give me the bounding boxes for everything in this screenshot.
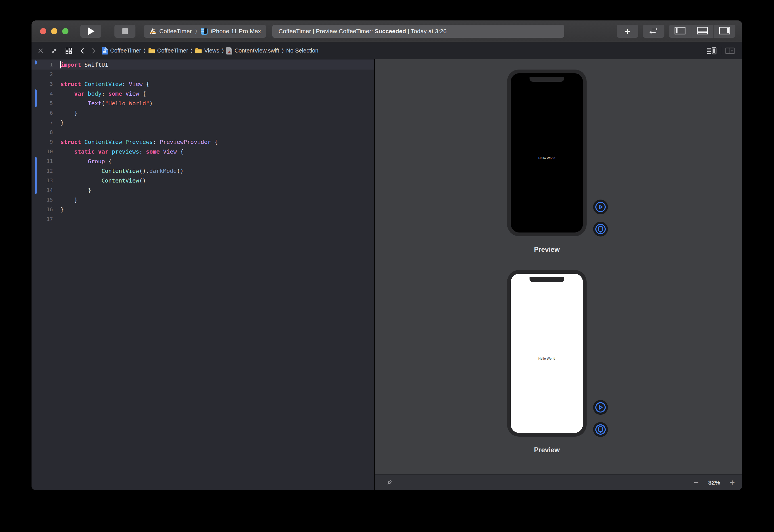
traffic-lights xyxy=(40,28,68,34)
zoom-level[interactable]: 32% xyxy=(708,479,720,486)
phone-notch xyxy=(530,277,564,282)
breadcrumb-label: Views xyxy=(204,47,219,54)
preview-device-dark[interactable]: Hello World xyxy=(507,70,587,236)
scheme-name: CoffeeTimer xyxy=(159,28,192,35)
code-text: } xyxy=(60,185,91,195)
breadcrumb-separator: 〉 xyxy=(144,47,146,54)
toolbar: CoffeeTimer 〉 iPhone 11 Pro Max CoffeeTi… xyxy=(32,20,742,42)
code-line-11[interactable]: 11 Group { xyxy=(32,156,374,166)
code-review-button[interactable] xyxy=(643,25,664,38)
code-line-10[interactable]: 10 static var previews: some View { xyxy=(32,147,374,156)
code-text: Group { xyxy=(60,156,112,166)
code-line-12[interactable]: 12 ContentView().darkMode() xyxy=(32,166,374,176)
live-preview-button-light[interactable] xyxy=(593,400,608,415)
toggle-debug-area-button[interactable] xyxy=(691,25,713,38)
pin-preview-button[interactable] xyxy=(386,479,393,486)
breadcrumb-item-no-selection[interactable]: No Selection xyxy=(286,47,318,54)
preview-label-dark: Preview xyxy=(507,246,587,254)
line-number[interactable]: 16 xyxy=(32,205,53,214)
live-preview-button-dark[interactable] xyxy=(593,200,608,214)
code-line-2[interactable]: 2 xyxy=(32,70,374,79)
swift-icon xyxy=(226,47,232,55)
run-button[interactable] xyxy=(80,25,101,38)
code-line-17[interactable]: 17 xyxy=(32,214,374,224)
library-button[interactable]: + xyxy=(617,25,638,38)
breadcrumb-item-contentview-swift[interactable]: ContentView.swift xyxy=(226,47,279,55)
related-items-icon[interactable] xyxy=(65,47,72,54)
preview-on-device-button-light[interactable] xyxy=(593,422,608,437)
zoom-out-button[interactable]: − xyxy=(694,478,699,487)
code-lines: 1import SwiftUI23struct ContentView: Vie… xyxy=(32,60,374,224)
breadcrumb-item-coffeetimer[interactable]: CoffeeTimer xyxy=(102,47,141,55)
zoom-window-button[interactable] xyxy=(62,28,68,34)
code-text: } xyxy=(60,118,64,127)
code-line-3[interactable]: 3struct ContentView: View { xyxy=(32,79,374,89)
code-text: static var previews: some View { xyxy=(60,147,184,156)
code-line-9[interactable]: 9struct ContentView_Previews: PreviewPro… xyxy=(32,137,374,147)
close-editor-button[interactable] xyxy=(38,48,43,54)
line-number[interactable]: 9 xyxy=(32,137,53,147)
stop-button[interactable] xyxy=(114,25,135,38)
code-text: } xyxy=(60,195,78,205)
code-line-7[interactable]: 7} xyxy=(32,118,374,127)
preview-device-light[interactable]: Hello World xyxy=(507,270,587,437)
change-bar xyxy=(35,60,37,64)
line-number[interactable]: 8 xyxy=(32,127,53,137)
change-bar xyxy=(35,157,37,194)
line-number[interactable]: 2 xyxy=(32,70,53,79)
back-button[interactable] xyxy=(80,47,85,54)
code-line-4[interactable]: 4 var body: some View { xyxy=(32,89,374,99)
line-number[interactable]: 7 xyxy=(32,118,53,127)
toggle-inspectors-button[interactable] xyxy=(713,25,735,38)
code-line-15[interactable]: 15 } xyxy=(32,195,374,205)
preview-screen-light[interactable]: Hello World xyxy=(511,274,583,433)
scheme-selector[interactable]: CoffeeTimer 〉 iPhone 11 Pro Max xyxy=(144,25,266,38)
scheme-chevron: 〉 xyxy=(195,28,197,34)
scheme-destination: iPhone 11 Pro Max xyxy=(211,28,261,35)
breadcrumb-separator: 〉 xyxy=(222,47,224,54)
minimize-window-button[interactable] xyxy=(51,28,57,34)
left-panel-icon xyxy=(674,27,686,36)
text-cursor xyxy=(60,61,61,68)
code-text: } xyxy=(60,205,64,214)
preview-text-light: Hello World xyxy=(511,357,583,360)
zoom-controls: − 32% + xyxy=(694,478,735,487)
code-line-13[interactable]: 13 ContentView() xyxy=(32,176,374,185)
breadcrumb-item-coffeetimer[interactable]: CoffeeTimer xyxy=(148,47,188,54)
code-line-6[interactable]: 6 } xyxy=(32,108,374,118)
toggle-navigator-button[interactable] xyxy=(669,25,691,38)
line-number[interactable]: 6 xyxy=(32,108,53,118)
code-line-8[interactable]: 8 xyxy=(32,127,374,137)
breadcrumb: CoffeeTimer〉CoffeeTimer〉Views〉ContentVie… xyxy=(102,47,318,55)
breadcrumb-item-views[interactable]: Views xyxy=(195,47,219,54)
minimize-editor-icon[interactable] xyxy=(51,48,57,54)
code-line-1[interactable]: 1import SwiftUI xyxy=(32,60,374,70)
zoom-in-button[interactable]: + xyxy=(730,478,735,487)
code-line-14[interactable]: 14 } xyxy=(32,185,374,195)
source-editor[interactable]: 1import SwiftUI23struct ContentView: Vie… xyxy=(32,59,374,490)
canvas-bottom-bar: − 32% + xyxy=(375,474,742,490)
preview-on-device-button-dark[interactable] xyxy=(593,222,608,236)
code-text: var body: some View { xyxy=(60,89,146,99)
line-number[interactable]: 10 xyxy=(32,147,53,156)
line-number[interactable]: 3 xyxy=(32,79,53,89)
activity-status-bar[interactable]: CoffeeTimer | Preview CoffeeTimer: Succe… xyxy=(272,25,564,38)
jump-bar-right xyxy=(707,47,735,55)
code-text: ContentView().darkMode() xyxy=(60,166,184,176)
close-window-button[interactable] xyxy=(40,28,46,34)
preview-screen-dark[interactable]: Hello World xyxy=(511,73,583,233)
code-text: Text("Hello World") xyxy=(60,99,153,108)
breadcrumb-label: No Selection xyxy=(286,47,318,54)
line-number[interactable]: 17 xyxy=(32,214,53,224)
code-line-5[interactable]: 5 Text("Hello World") xyxy=(32,99,374,108)
code-text: import SwiftUI xyxy=(60,60,108,70)
stop-icon xyxy=(122,28,128,34)
editor-options-icon[interactable] xyxy=(707,47,717,55)
jump-bar: CoffeeTimer〉CoffeeTimer〉Views〉ContentVie… xyxy=(32,42,742,59)
breadcrumb-label: CoffeeTimer xyxy=(110,47,141,54)
forward-button[interactable] xyxy=(91,47,96,54)
jump-bar-divider xyxy=(61,47,61,55)
line-number[interactable]: 15 xyxy=(32,195,53,205)
code-line-16[interactable]: 16} xyxy=(32,205,374,214)
add-editor-button[interactable] xyxy=(725,47,735,55)
